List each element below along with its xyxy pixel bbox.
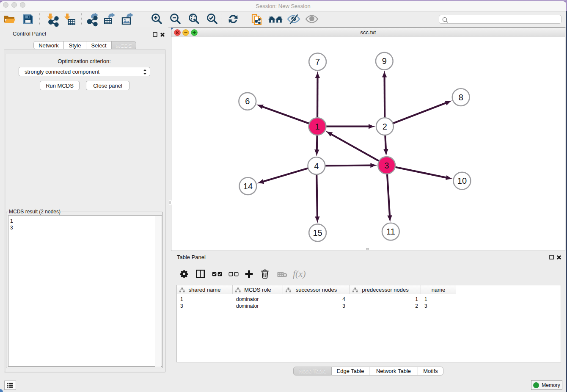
svg-text:7: 7 xyxy=(315,57,320,66)
svg-text:14: 14 xyxy=(243,182,253,191)
svg-text:15: 15 xyxy=(313,228,322,237)
svg-text:9: 9 xyxy=(382,56,387,66)
svg-text:8: 8 xyxy=(459,93,463,102)
svg-text:10: 10 xyxy=(457,176,467,185)
svg-text:4: 4 xyxy=(314,161,319,171)
svg-text:3: 3 xyxy=(384,161,389,170)
svg-text:6: 6 xyxy=(245,97,250,106)
svg-text:11: 11 xyxy=(386,227,395,236)
svg-text:1: 1 xyxy=(315,122,319,131)
svg-text:2: 2 xyxy=(383,122,387,131)
